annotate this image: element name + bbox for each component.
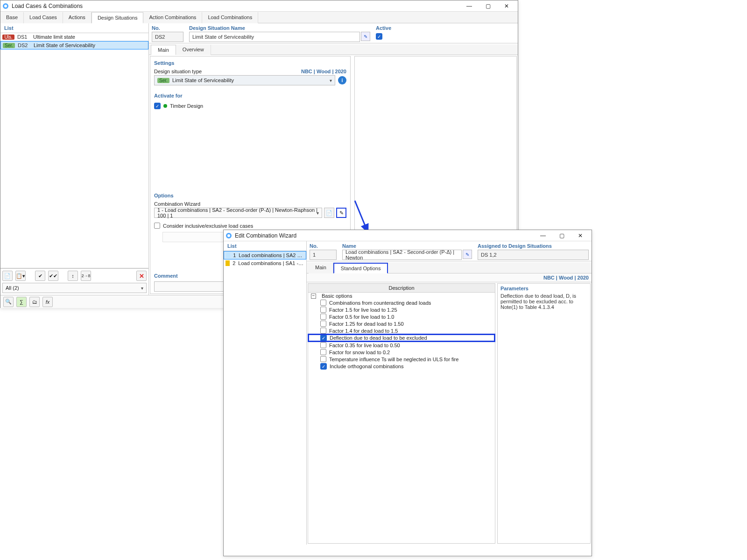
- wizard-new-icon[interactable]: 📄: [324, 208, 334, 218]
- timber-label: Timber Design: [170, 103, 203, 109]
- find-icon[interactable]: 🔍: [3, 297, 14, 307]
- main-tabstrip: Base Load Cases Actions Design Situation…: [0, 12, 518, 23]
- color-swatch-icon: [226, 252, 230, 258]
- svg-point-1: [4, 5, 7, 7]
- description-column-header: Description: [308, 284, 495, 293]
- name-label: Design Situation Name: [189, 24, 370, 32]
- tab-load-combinations[interactable]: Load Combinations: [202, 12, 258, 23]
- renumber-icon[interactable]: 2→8: [81, 271, 91, 281]
- option-row[interactable]: ✓Include orthogonal combinations: [308, 363, 495, 370]
- option-checkbox[interactable]: [320, 328, 326, 334]
- option-checkbox[interactable]: [320, 342, 326, 348]
- option-row-deflection[interactable]: ✓Deflection due to dead load to be exclu…: [308, 334, 495, 342]
- close-button[interactable]: ✕: [571, 230, 590, 241]
- wizard-list-name: Load combinations | SA2 - Second-…: [239, 252, 304, 258]
- new-icon[interactable]: 📄: [2, 271, 13, 281]
- close-button[interactable]: ✕: [497, 0, 516, 12]
- option-checkbox[interactable]: [320, 300, 326, 306]
- maximize-button[interactable]: ▢: [552, 230, 571, 241]
- list-item-name: Limit State of Serviceability: [34, 42, 95, 48]
- list-item[interactable]: Ser. DS2 Limit State of Serviceability: [0, 41, 148, 49]
- option-row[interactable]: Factor 1.5 for live load to 1.25: [308, 306, 495, 313]
- check2-icon[interactable]: ✔✔: [48, 271, 58, 281]
- wizard-list-item[interactable]: 1 Load combinations | SA2 - Second-…: [224, 251, 306, 259]
- design-code-label: NBC | Wood | 2020: [301, 69, 346, 74]
- design-situation-type-dropdown[interactable]: Ser. Limit State of Serviceability: [154, 75, 335, 85]
- option-label: Combinations from counteracting dead loa…: [329, 300, 431, 306]
- wizard-tab-main[interactable]: Main: [309, 263, 333, 273]
- tab-overview[interactable]: Overview: [176, 45, 211, 55]
- option-label: Factor 1.5 for live load to 1.25: [329, 307, 397, 313]
- maximize-button[interactable]: ▢: [479, 0, 497, 12]
- tab-load-cases[interactable]: Load Cases: [24, 12, 63, 23]
- sort-icon[interactable]: ↕: [68, 271, 78, 281]
- list-item-name: Ultimate limit state: [33, 34, 75, 40]
- tab-main[interactable]: Main: [151, 45, 176, 55]
- option-checkbox[interactable]: [320, 349, 326, 355]
- option-row[interactable]: Combinations from counteracting dead loa…: [308, 299, 495, 306]
- filter-dropdown[interactable]: All (2): [2, 283, 147, 293]
- edit-name-icon[interactable]: ✎: [361, 32, 370, 41]
- wizard-titlebar: Edit Combination Wizard — ▢ ✕: [224, 230, 592, 241]
- minimize-button[interactable]: —: [534, 230, 552, 241]
- tab-base[interactable]: Base: [0, 12, 24, 23]
- tab-action-combinations[interactable]: Action Combinations: [143, 12, 202, 23]
- collapse-icon[interactable]: −: [311, 294, 316, 299]
- option-row[interactable]: Factor 0.35 for live load to 0.50: [308, 342, 495, 349]
- app-icon: [226, 232, 232, 239]
- combination-wizard-dropdown[interactable]: 1 - Load combinations | SA2 - Second-ord…: [154, 208, 322, 218]
- consider-checkbox[interactable]: [154, 223, 160, 229]
- delete-button[interactable]: ✕: [136, 271, 147, 281]
- check-icon[interactable]: ✔: [35, 271, 45, 281]
- option-row[interactable]: Factor 1.25 for dead load to 1.50: [308, 320, 495, 327]
- svg-point-4: [227, 234, 230, 237]
- basic-options-group[interactable]: − Basic options: [308, 293, 495, 299]
- option-checkbox[interactable]: [320, 356, 326, 362]
- option-label: Include orthogonal combinations: [330, 364, 403, 369]
- active-checkbox[interactable]: ✓: [376, 33, 382, 40]
- wizard-tab-standard-options[interactable]: Standard Options: [333, 263, 388, 273]
- wizard-list-num: 2: [233, 260, 235, 266]
- wizard-list-num: 1: [233, 252, 236, 258]
- wizard-no-field[interactable]: 1: [310, 250, 337, 260]
- option-checkbox[interactable]: [320, 321, 326, 327]
- option-row[interactable]: Factor for snow load to 0.2: [308, 349, 495, 356]
- info-icon[interactable]: i: [338, 76, 346, 84]
- list-item[interactable]: Uls. DS1 Ultimate limit state: [0, 33, 148, 41]
- list-panel-header: List: [0, 23, 148, 33]
- design-situation-type-label: Design situation type: [154, 69, 202, 74]
- wizard-name-field[interactable]: Load combinations | SA2 - Second-order (…: [342, 250, 462, 260]
- tab-design-situations[interactable]: Design Situations: [92, 12, 144, 23]
- wizard-list-item[interactable]: 2 Load combinations | SA1 - Geometr…: [224, 259, 306, 267]
- option-checkbox[interactable]: [320, 307, 326, 313]
- function-icon[interactable]: fx: [42, 297, 53, 307]
- list-item-id: DS1: [17, 34, 29, 40]
- option-row[interactable]: Temperature influence Ts will be neglect…: [308, 356, 495, 363]
- copy-icon[interactable]: 📋▾: [15, 271, 26, 281]
- result-icon[interactable]: ∑: [16, 297, 27, 307]
- settings-header: Settings: [154, 58, 346, 68]
- option-checkbox[interactable]: ✓: [320, 335, 327, 341]
- design-situation-type-value: Limit State of Serviceability: [172, 77, 234, 83]
- no-field[interactable]: DS2: [152, 32, 183, 42]
- option-label: Factor 1.4 for dead load to 1.5: [329, 328, 398, 334]
- option-label: Temperature influence Ts will be neglect…: [329, 357, 458, 362]
- no-label: No.: [152, 24, 183, 32]
- name-field[interactable]: Limit State of Serviceability: [189, 32, 360, 42]
- wizard-no-label: No.: [310, 242, 337, 250]
- option-checkbox[interactable]: [320, 314, 326, 320]
- edit-name-icon[interactable]: ✎: [463, 250, 472, 259]
- design-situation-list[interactable]: Uls. DS1 Ultimate limit state Ser. DS2 L…: [0, 33, 148, 268]
- wizard-edit-icon[interactable]: ✎: [336, 208, 346, 218]
- tab-actions[interactable]: Actions: [63, 12, 92, 23]
- timber-checkbox[interactable]: ✓: [154, 103, 161, 109]
- main-titlebar: Load Cases & Combinations — ▢ ✕: [0, 0, 518, 12]
- option-checkbox[interactable]: ✓: [320, 363, 327, 370]
- options-header: Options: [154, 191, 346, 200]
- uls-tag: Uls.: [2, 35, 14, 40]
- tree-icon[interactable]: 🗂: [29, 297, 40, 307]
- option-row[interactable]: Factor 1.4 for dead load to 1.5: [308, 327, 495, 334]
- minimize-button[interactable]: —: [460, 0, 479, 12]
- consider-label: Consider inclusive/exclusive load cases: [163, 223, 253, 229]
- option-row[interactable]: Factor 0.5 for live load to 1.0: [308, 313, 495, 320]
